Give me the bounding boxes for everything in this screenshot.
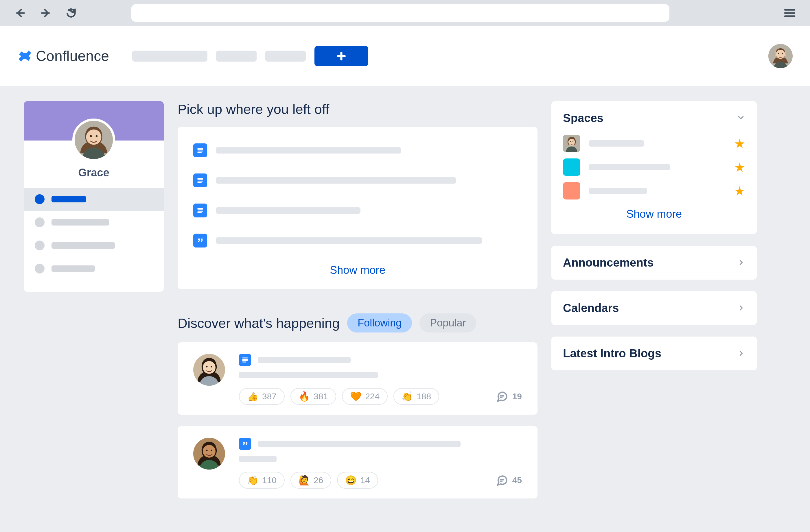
reaction-count: 224: [365, 392, 379, 401]
comments-count[interactable]: 45: [496, 474, 522, 487]
space-row[interactable]: ★: [563, 132, 745, 155]
reaction-pill[interactable]: 🔥 381: [290, 388, 336, 405]
collapsible-panel[interactable]: Calendars: [551, 291, 757, 325]
reaction-pill[interactable]: 👍 387: [239, 388, 285, 405]
chevron-right-icon: [737, 347, 745, 360]
spaces-title: Spaces: [563, 112, 603, 124]
page-icon: [239, 354, 251, 366]
browser-back-button[interactable]: [12, 4, 29, 22]
nav-label-placeholder: [51, 265, 95, 272]
browser-reload-button[interactable]: [63, 4, 80, 22]
browser-chrome: [0, 0, 810, 26]
nav-label-placeholder: [51, 242, 115, 249]
space-row[interactable]: ★: [563, 155, 745, 179]
pickup-show-more[interactable]: Show more: [193, 262, 522, 280]
sidebar-nav-item[interactable]: [24, 257, 164, 280]
reaction-pill[interactable]: 👏 188: [393, 388, 439, 405]
main-content: Grace Pick up where you left off Show mo…: [0, 86, 810, 532]
topnav-item[interactable]: [132, 51, 207, 62]
app-topnav: Confluence: [0, 26, 810, 86]
topnav-item[interactable]: [216, 51, 257, 62]
spaces-show-more[interactable]: Show more: [563, 203, 745, 224]
arrow-left-icon: [14, 7, 26, 19]
reaction-pill[interactable]: 🙋 26: [290, 472, 331, 488]
sidebar-nav-item[interactable]: [24, 188, 164, 211]
svg-point-8: [96, 135, 98, 137]
reaction-pill[interactable]: 👏 110: [239, 472, 285, 488]
recent-doc-row[interactable]: [193, 232, 522, 250]
profile-avatar[interactable]: [72, 118, 115, 161]
nav-dot-icon: [35, 194, 45, 204]
reaction-emoji: 🔥: [298, 391, 310, 402]
reaction-emoji: 👏: [402, 391, 413, 402]
feed-author-avatar[interactable]: [193, 438, 225, 469]
collapsible-panel[interactable]: Announcements: [551, 246, 757, 280]
recent-doc-row[interactable]: [193, 201, 522, 219]
space-color-icon: [563, 159, 580, 176]
sidebar-nav-item[interactable]: [24, 211, 164, 234]
chevron-down-icon[interactable]: [736, 112, 745, 124]
comments-count[interactable]: 19: [496, 390, 522, 403]
arrow-right-icon: [40, 7, 51, 19]
nav-dot-icon: [35, 240, 45, 250]
feed-card[interactable]: 👏 110 🙋 26 😄 14 45: [178, 426, 537, 498]
topnav-item[interactable]: [265, 51, 306, 62]
reaction-pill[interactable]: 🧡 224: [342, 388, 388, 405]
star-icon[interactable]: ★: [734, 184, 745, 198]
space-row[interactable]: ★: [563, 179, 745, 203]
svg-point-20: [570, 142, 571, 142]
feed-card[interactable]: 👍 387 🔥 381 🧡 224 👏 188 19: [178, 342, 537, 415]
feed-title-placeholder: [258, 357, 351, 363]
reaction-count: 387: [262, 392, 277, 401]
create-button[interactable]: [314, 46, 368, 66]
reaction-emoji: 🙋: [298, 475, 310, 486]
avatar-image: [75, 121, 113, 159]
reaction-emoji: 👍: [247, 391, 259, 402]
browser-forward-button[interactable]: [37, 4, 54, 22]
doc-title-placeholder: [216, 177, 456, 184]
browser-url-bar[interactable]: [131, 4, 669, 22]
app-logo[interactable]: Confluence: [17, 48, 109, 65]
nav-label-placeholder: [51, 219, 109, 226]
tab-following[interactable]: Following: [347, 313, 412, 333]
space-avatar-icon: [563, 135, 580, 152]
reaction-count: 14: [360, 475, 370, 485]
browser-menu-button[interactable]: [781, 4, 798, 22]
feed-subtitle-placeholder: [239, 372, 378, 378]
page-icon: [193, 173, 207, 187]
star-icon[interactable]: ★: [734, 160, 745, 174]
confluence-logo-icon: [17, 49, 32, 64]
tab-popular[interactable]: Popular: [419, 313, 476, 333]
collapsible-panel[interactable]: Latest Intro Blogs: [551, 336, 757, 370]
sidebar-nav-item[interactable]: [24, 234, 164, 257]
discover-title: Discover what's happening: [178, 315, 340, 331]
recent-doc-row[interactable]: [193, 171, 522, 189]
svg-point-4: [782, 53, 783, 54]
svg-point-16: [211, 450, 213, 451]
nav-dot-icon: [35, 264, 45, 273]
avatar-image: [768, 44, 793, 68]
avatar-image: [193, 354, 225, 386]
svg-point-21: [572, 142, 573, 142]
doc-title-placeholder: [216, 147, 401, 153]
discover-header: Discover what's happening Following Popu…: [178, 313, 537, 333]
recent-doc-row[interactable]: [193, 142, 522, 159]
avatar-image: [193, 438, 225, 469]
feed-body: 👍 387 🔥 381 🧡 224 👏 188 19: [239, 354, 522, 405]
reaction-emoji: 😄: [345, 475, 357, 486]
chevron-right-icon: [737, 256, 745, 269]
star-icon[interactable]: ★: [734, 136, 745, 151]
nav-label-placeholder: [51, 196, 86, 202]
feed-author-avatar[interactable]: [193, 354, 225, 386]
svg-point-11: [206, 366, 208, 367]
reaction-count: 381: [313, 392, 328, 401]
pickup-card: Show more: [178, 127, 537, 289]
feed-body: 👏 110 🙋 26 😄 14 45: [239, 438, 522, 488]
center-column: Pick up where you left off Show more Dis…: [178, 101, 537, 510]
chevron-right-icon: [737, 302, 745, 315]
profile-avatar-button[interactable]: [768, 44, 793, 68]
plus-icon: [337, 51, 346, 61]
space-name-placeholder: [589, 140, 644, 147]
reaction-pill[interactable]: 😄 14: [337, 472, 378, 488]
hamburger-icon: [783, 7, 796, 19]
